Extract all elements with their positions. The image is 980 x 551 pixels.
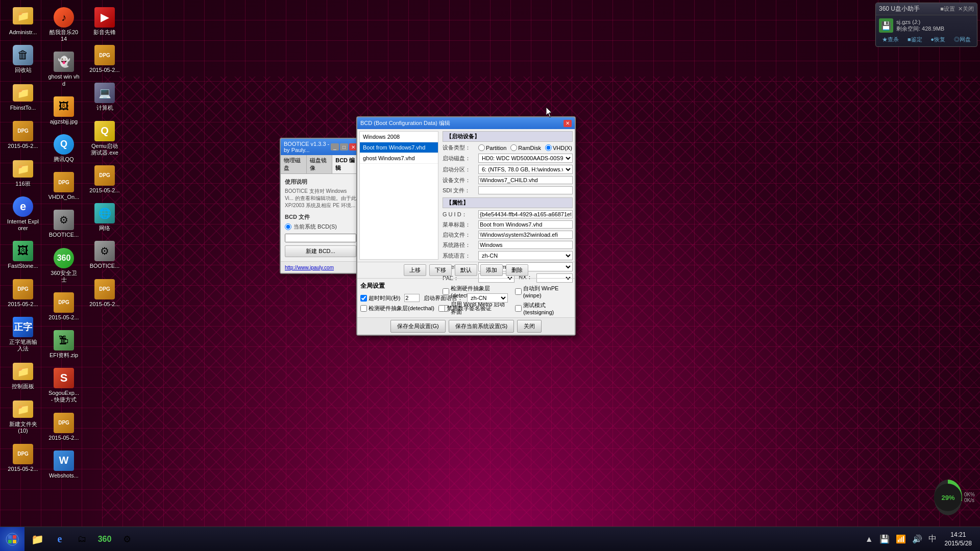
tray-network[interactable]: 📶 [894,533,908,545]
bootice-create-btn[interactable]: 新建 BCD... [285,245,356,257]
desktop-icon-ajgzs[interactable]: 🖼 ajgzsbjj.jpg [46,94,82,127]
desktop-icon-network[interactable]: 🌐 网络 [87,201,122,234]
bootice-bcd-header: BCD 文件 [285,213,356,221]
bcd-window: BCD (Boot Configuration Data) 编辑 ✕ Windo… [356,116,576,336]
bcd-sys-lang-select[interactable]: zh-CN [478,251,573,260]
tray-usb[interactable]: 💾 [877,533,892,545]
desktop-icon-dpg4[interactable]: DPG 2015-05-2... [46,290,82,323]
bcd-list-item-2[interactable]: ghost Windows7.vhd [360,153,438,164]
desktop-icon-qq[interactable]: Q 腾讯QQ [46,132,82,165]
taskbar-ie-btn[interactable]: e [49,529,70,549]
usb-widget: 360 U盘小助手 ■设置 ✕关闭 💾 sj.gzs (J:) 剩余空间: 42… [875,3,977,47]
bcd-cb-no-signature[interactable]: 禁用数字签名验证 [438,305,492,312]
desktop-icon-efi[interactable]: 🗜 EFI资料.zip [46,328,82,361]
bootice-window: BOOTICE v1.3.3 - by Pauly... _ □ ✕ 物理磁盘 … [280,138,361,274]
desktop-icon-faststone[interactable]: 🖼 FastStone... [5,239,41,271]
bcd-device-file-input[interactable] [478,176,573,184]
bcd-sys-path-label: 系统路径： [443,241,478,249]
bootice-minimize-btn[interactable]: _ [331,143,339,151]
bcd-timeout-input[interactable] [404,294,420,302]
bcd-menu-label-input[interactable] [478,220,573,229]
bcd-radio-vhd[interactable]: VHD(X) [545,144,572,151]
usb-browse-btn[interactable]: ★查杀 [882,36,899,43]
taskbar-bootice-taskbtn[interactable]: ⚙ [116,529,138,549]
desktop-icon-dpg6[interactable]: DPG 2015-05-2... [87,43,122,76]
desktop-icon-yinyin[interactable]: ▶ 影音先锋 [87,5,122,38]
desktop-icon-ie[interactable]: e Internet Explorer [5,194,41,234]
bcd-save-global-btn[interactable]: 保存全局设置(G) [390,320,446,333]
bootice-bcd-path-input[interactable] [285,234,356,242]
bcd-startup-disk-select[interactable]: HD0: WDC WD5000AADS-00S9B0 (465.8 GB, C [478,154,573,163]
desktop-icon-fbinst[interactable]: 📁 FbinstTo... [5,81,41,113]
bootice-usage-text: BOOTICE 支持对 Windows Vi... 的查看和编辑功能。由于此 X… [285,188,356,209]
bcd-sys-lang-label: 系统语言： [443,252,478,260]
desktop-icon-vhdx[interactable]: DPG VHDX_On... [46,170,82,203]
bootice-tab-physical[interactable]: 物理磁盘 [281,155,307,173]
bcd-cb-displaybootmenu[interactable]: 检测硬件抽象层(detecthal) [360,305,434,312]
usb-close-btn[interactable]: ✕关闭 [958,5,974,13]
desktop-icon-bootice1[interactable]: ⚙ BOOTICE... [46,208,82,240]
bootice-maximize-btn[interactable]: □ [340,143,348,151]
desktop-icon-dpg5[interactable]: DPG 2015-05-2... [46,411,82,443]
usb-settings-btn[interactable]: ■设置 [940,5,955,13]
desktop-icon-webshots[interactable]: W Webshots... [46,448,82,481]
start-button[interactable] [0,527,24,552]
bcd-menu-label-value [478,220,573,229]
desktop-icon-bootice2[interactable]: ⚙ BOOTICE... [87,239,122,271]
desktop-icon-ghost[interactable]: 👻 ghost win vhd [46,49,82,89]
taskbar-360-btn[interactable]: 360 [94,529,115,549]
bcd-startup-lang-label: 启动界面语言： [424,294,463,302]
bootice-bcd-radio[interactable] [285,223,291,230]
bcd-right-panel: 【启动设备】 设备类型： Partition [440,129,575,262]
desktop-icon-dpg3[interactable]: DPG 2015-05-2... [5,442,41,474]
bcd-nav-add-btn[interactable]: 添加 [480,264,503,276]
usb-scan-btn[interactable]: ■鉴定 [908,36,922,43]
tray-volume[interactable]: 🔊 [910,533,924,545]
usb-net-btn[interactable]: ◎网盘 [954,36,971,43]
desktop-icon-controlpanel[interactable]: 📁 控制面板 [5,359,41,392]
bcd-list-item-1[interactable]: Boot from Windows7.vhd [360,142,438,153]
bcd-radio-ramdisk[interactable]: RamDisk [510,144,541,151]
bcd-sdi-file-input[interactable] [478,186,573,194]
bcd-guid-row: G U I D： [443,210,573,218]
desktop-icon-kuwo[interactable]: ♪ 酷我音乐2014 [46,5,82,44]
bcd-radio-partition[interactable]: Partition [478,144,506,151]
bcd-nav-default-btn[interactable]: 默认 [455,264,477,276]
desktop-icon-dpg7[interactable]: DPG 2015-05-2... [87,163,122,196]
desktop-icon-dpg8[interactable]: DPG 2015-05-2... [87,277,122,310]
bcd-sys-path-input[interactable] [478,241,573,249]
desktop-icon-computer[interactable]: 💻 计算机 [87,81,122,113]
desktop-icon-recycle[interactable]: 🗑 回收站 [5,43,41,76]
bcd-sys-path-value [478,241,573,249]
bcd-nav-down-btn[interactable]: 下移 [429,264,452,276]
desktop-icon-administrator[interactable]: 📁 Administr... [5,5,41,38]
desktop-icon-zhengzi[interactable]: 正字 正字笔画输入法 [5,315,41,354]
desktop-icon-dpg1[interactable]: DPG 2015-05-2... [5,119,41,152]
bcd-boot-file-input[interactable] [478,231,573,239]
bcd-startup-lang-select[interactable]: zh-CN [467,293,508,303]
bcd-startup-partition-select[interactable]: 6: (NTFS, 78.0 GB, H:\windows.vhd) [478,165,573,174]
desktop-icon-116ban[interactable]: 📁 116班 [5,157,41,189]
desktop-icon-newfolder[interactable]: 📁 新建文件夹(10) [5,397,41,436]
bcd-timeout-check[interactable]: 超时时间(秒) [360,294,400,302]
bcd-save-current-btn[interactable]: 保存当前系统设置(S) [449,320,514,333]
desktop-icon-qemu[interactable]: Q Qemu启动测试器.exe [87,119,122,158]
usb-restore-btn[interactable]: ●恢复 [930,36,945,43]
tray-arrow[interactable]: ▲ [863,534,875,545]
bootice-body: 使用说明 BOOTICE 支持对 Windows Vi... 的查看和编辑功能。… [281,174,360,261]
taskbar-explorer-btn[interactable]: 📁 [27,529,48,549]
bootice-website-link[interactable]: http://www.ipauly.com [285,265,334,270]
bcd-guid-input[interactable] [478,210,573,218]
desktop-icon-dpg2[interactable]: DPG 2015-05-2... [5,277,41,310]
bcd-nav-up-btn[interactable]: 上移 [404,264,426,276]
tray-ime[interactable]: 中 [926,533,939,545]
taskbar-filemanager-btn[interactable]: 🗂 [71,529,93,549]
bcd-close-btn[interactable]: 关闭 [517,320,542,333]
desktop-icon-360[interactable]: 360 360安全卫士 [46,246,82,285]
bootice-tab-disk-image[interactable]: 磁盘镜像 [307,155,333,173]
bcd-list-item-0[interactable]: Windows 2008 [360,132,438,142]
bcd-sdi-file-label: SDI 文件： [443,187,478,194]
bcd-close-btn-x[interactable]: ✕ [564,120,572,127]
desktop-icon-sogou[interactable]: S SogouExp... - 快捷方式 [46,366,82,405]
bcd-nav-delete-btn[interactable]: 删除 [506,264,528,276]
